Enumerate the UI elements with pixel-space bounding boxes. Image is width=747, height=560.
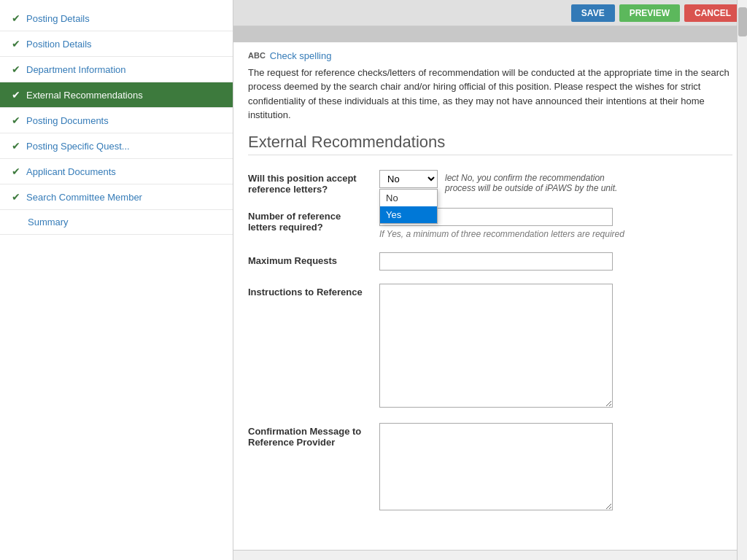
sidebar-label-posting-details: Posting Details [26,13,90,24]
content-inner: ABC Check spelling The request for refer… [233,42,747,540]
check-icon-posting-specific-quest: ✔ [12,140,20,152]
sidebar-item-posting-specific-quest[interactable]: ✔ Posting Specific Quest... [0,133,233,159]
option-yes[interactable]: Yes [380,206,437,223]
section-title: External Recommendations [248,133,732,155]
sidebar-label-department-information: Department Information [26,64,126,75]
check-icon-external-recommendations: ✔ [12,89,20,101]
save-button[interactable]: SAVE [571,4,615,22]
sidebar-item-posting-documents[interactable]: ✔ Posting Documents [0,108,233,133]
reference-letters-label: Will this position accept reference lett… [248,170,379,195]
instructions-row: Instructions to Reference [248,284,732,410]
max-requests-row: Maximum Requests [248,252,732,271]
sidebar-label-search-committee-member: Search Committee Member [26,192,142,203]
scrollbar-right[interactable] [737,0,747,560]
instructions-label: Instructions to Reference [248,284,379,298]
sidebar-label-external-recommendations: External Recommendations [26,90,143,101]
sidebar-label-position-details: Position Details [26,39,92,50]
sidebar-label-summary: Summary [28,217,69,228]
bottom-scrollbar[interactable] [233,550,737,560]
progress-bar [233,26,747,42]
reference-letters-field: No Yes No Yes lect No, you confirm the r… [379,170,732,193]
spell-check-link[interactable]: ABC Check spelling [248,50,331,61]
scrollbar-thumb [738,7,747,36]
option-no[interactable]: No [380,190,437,206]
instructions-textarea[interactable] [379,284,613,408]
reference-letters-select[interactable]: No Yes [379,170,438,188]
max-requests-input[interactable] [379,252,613,271]
instructions-field [379,284,732,410]
check-icon-search-committee-member: ✔ [12,191,20,203]
check-icon-posting-documents: ✔ [12,114,20,126]
cancel-button[interactable]: CANCEL [684,4,741,22]
check-icon-applicant-documents: ✔ [12,166,20,177]
spell-check-label: Check spelling [270,50,332,61]
confirmation-row: Confirmation Message to Reference Provid… [248,423,732,513]
sidebar-label-posting-specific-quest: Posting Specific Quest... [26,141,130,152]
check-icon-posting-details: ✔ [12,12,20,24]
content-area: SAVE PREVIEW CANCEL ABC Check spelling T… [233,0,747,560]
sidebar-item-summary[interactable]: Summary [0,210,233,235]
top-bar-buttons: SAVE PREVIEW CANCEL [571,4,741,22]
sidebar-item-search-committee-member[interactable]: ✔ Search Committee Member [0,184,233,210]
sidebar-item-position-details[interactable]: ✔ Position Details [0,31,233,57]
sidebar: ✔ Posting Details ✔ Position Details ✔ D… [0,0,233,560]
max-requests-field [379,252,732,271]
check-icon-position-details: ✔ [12,38,20,50]
sidebar-label-posting-documents: Posting Documents [26,115,109,126]
top-bar: SAVE PREVIEW CANCEL [233,0,747,26]
max-requests-label: Maximum Requests [248,252,379,266]
reference-count-row: Number of reference letters required? If… [248,208,732,239]
preview-button[interactable]: PREVIEW [619,4,680,22]
reference-letters-row: Will this position accept reference lett… [248,170,732,195]
confirmation-label: Confirmation Message to Reference Provid… [248,423,379,448]
reference-count-hint: If Yes, a minimum of three recommendatio… [379,229,732,239]
sidebar-item-external-recommendations[interactable]: ✔ External Recommendations [0,82,233,108]
reference-count-label: Number of reference letters required? [248,208,379,233]
confirmation-field [379,423,732,513]
sidebar-label-applicant-documents: Applicant Documents [26,166,116,177]
reference-letters-select-wrapper: No Yes No Yes [379,170,438,188]
dropdown-hint: lect No, you confirm the recommendation … [445,173,627,193]
reference-letters-dropdown: No Yes [379,189,438,224]
sidebar-item-posting-details[interactable]: ✔ Posting Details [0,6,233,31]
check-icon-department-information: ✔ [12,63,20,75]
sidebar-item-applicant-documents[interactable]: ✔ Applicant Documents [0,159,233,184]
confirmation-textarea[interactable] [379,423,613,510]
abc-icon: ABC [248,51,266,60]
description-text: The request for reference checks/letters… [248,66,732,122]
form: Will this position accept reference lett… [248,170,732,513]
sidebar-item-department-information[interactable]: ✔ Department Information [0,57,233,82]
